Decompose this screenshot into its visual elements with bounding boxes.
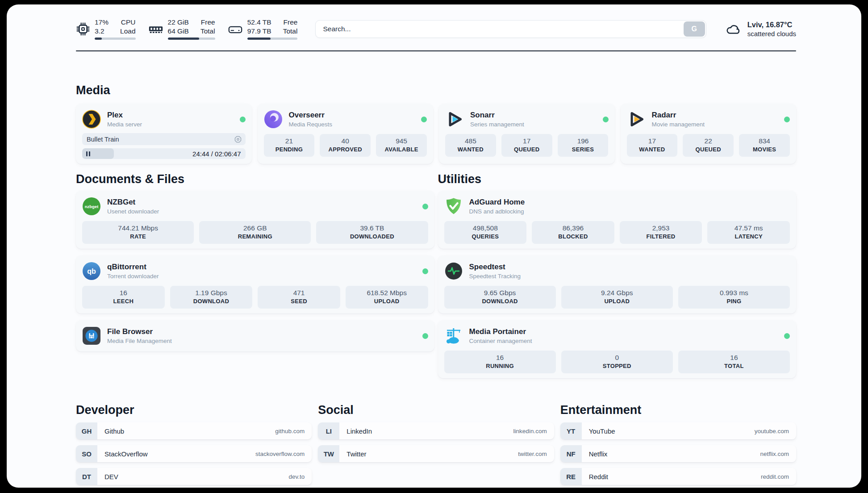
bookmark-url: netflix.com [760, 451, 796, 457]
sonarr-icon [445, 110, 464, 129]
plex-now-playing: Bullet Train 24:44 / 02:06:47 [82, 133, 246, 159]
resource-monitors: 17% 3.2 CPU Load [76, 18, 297, 40]
bookmark-youtube[interactable]: YT YouTube youtube.com [560, 422, 796, 439]
speedtest-icon [444, 262, 463, 280]
header-divider [76, 50, 796, 51]
search-input[interactable] [315, 20, 706, 38]
bookmark-url: twitter.com [518, 451, 554, 457]
bookmark-abbr: NF [560, 445, 582, 462]
stat-box: 47.57 msLATENCY [707, 221, 790, 244]
pause-icon [86, 151, 90, 156]
app-subtitle: Series management [470, 121, 524, 128]
disk-total-value: 97.9 TB [247, 27, 271, 36]
cpu-icon [76, 22, 90, 36]
adguard-icon [444, 197, 463, 216]
app-card-speedtest[interactable]: Speedtest Speedtest Tracking 9.65 GbpsDO… [438, 255, 797, 313]
app-subtitle: Media server [107, 121, 142, 128]
memory-total-label: Total [200, 27, 215, 36]
section-title-entertainment: Entertainment [560, 403, 796, 417]
stat-box: 17WANTED [627, 134, 678, 157]
app-card-adguard[interactable]: AdGuard Home DNS and adblocking 498,508Q… [438, 191, 797, 249]
app-subtitle: Movie management [652, 121, 705, 128]
app-title: Overseerr [289, 111, 333, 120]
bookmark-abbr: TW [318, 445, 339, 462]
bookmark-reddit[interactable]: RE Reddit reddit.com [560, 468, 796, 485]
status-dot [422, 333, 428, 339]
weather-condition: scattered clouds [747, 29, 796, 38]
disk-progress-bar [247, 38, 298, 40]
cpu-widget: 17% 3.2 CPU Load [76, 18, 136, 40]
section-title-developer: Developer [76, 403, 312, 417]
now-playing-title: Bullet Train [87, 136, 119, 143]
weather-location-temp: Lviv, 16.87°C [747, 20, 796, 29]
radarr-icon [627, 110, 646, 129]
stat-box: 834MOVIES [739, 134, 790, 157]
stat-box: 17QUEUED [501, 134, 552, 157]
bookmark-url: linkedin.com [513, 428, 554, 435]
stat-box: 945AVAILABLE [376, 134, 427, 157]
stat-box: 9.24 GbpsUPLOAD [561, 286, 673, 309]
cpu-progress-bar [95, 38, 136, 40]
qbittorrent-icon: qb [82, 262, 101, 280]
app-subtitle: Usenet downloader [107, 208, 159, 215]
app-subtitle: Media File Management [107, 337, 172, 345]
stat-box: 485WANTED [445, 134, 496, 157]
bookmark-name: Github [104, 427, 124, 435]
filebrowser-icon [82, 326, 101, 345]
disk-total-label: Total [283, 27, 298, 36]
stat-box: 21PENDING [264, 134, 315, 157]
app-title: NZBGet [107, 198, 159, 207]
stat-box: 2,953FILTERED [620, 221, 702, 244]
bookmark-abbr: SO [76, 445, 97, 462]
app-card-nzbget[interactable]: nzbget NZBGet Usenet downloader 744.21 M… [76, 191, 434, 249]
bookmark-abbr: GH [76, 422, 97, 439]
app-subtitle: Container management [469, 337, 532, 345]
stat-box: 16LEECH [82, 286, 165, 309]
cpu-label: CPU [120, 18, 135, 27]
app-card-plex[interactable]: Plex Media server Bullet Train [76, 104, 252, 164]
app-title: Plex [107, 111, 142, 120]
bookmark-linkedin[interactable]: LI LinkedIn linkedin.com [318, 422, 554, 439]
app-card-radarr[interactable]: Radarr Movie management 17WANTED 22QUEUE… [621, 104, 797, 164]
bookmark-twitter[interactable]: TW Twitter twitter.com [318, 445, 554, 462]
section-title-utilities: Utilities [438, 172, 797, 186]
app-subtitle: DNS and adblocking [469, 208, 525, 215]
status-dot [421, 117, 427, 122]
disk-icon [228, 22, 243, 36]
bookmark-name: DEV [104, 473, 118, 480]
app-card-portainer[interactable]: Media Portainer Container management 16R… [438, 320, 797, 378]
app-subtitle: Media Requests [289, 121, 333, 128]
bookmark-dev[interactable]: DT DEV dev.to [76, 468, 312, 485]
bookmark-name: LinkedIn [346, 427, 372, 435]
bookmark-stackoverflow[interactable]: SO StackOverflow stackoverflow.com [76, 445, 312, 462]
bookmark-name: YouTube [589, 427, 615, 435]
stat-box: 498,508QUERIES [444, 221, 527, 244]
status-dot [603, 117, 609, 122]
app-title: qBittorrent [107, 263, 159, 272]
disk-free-value: 52.4 TB [247, 18, 271, 27]
app-card-sonarr[interactable]: Sonarr Series management 485WANTED 17QUE… [439, 104, 615, 164]
stat-box: 9.65 GbpsDOWNLOAD [444, 286, 556, 309]
bookmark-abbr: DT [76, 468, 97, 485]
bookmark-netflix[interactable]: NF Netflix netflix.com [560, 445, 796, 462]
status-dot [784, 333, 790, 339]
bookmark-name: Twitter [346, 450, 366, 458]
stat-box: 16RUNNING [444, 351, 556, 373]
stat-box: 1.19 GbpsDOWNLOAD [170, 286, 253, 309]
app-card-overseerr[interactable]: Overseerr Media Requests 21PENDING 40APP… [258, 104, 434, 164]
app-card-qbittorrent[interactable]: qb qBittorrent Torrent downloader 16LEEC… [76, 255, 434, 313]
stat-box: 40APPROVED [320, 134, 371, 157]
search-provider-button[interactable]: G [684, 21, 705, 37]
bookmark-abbr: RE [560, 468, 582, 485]
stat-box: 39.6 TBDOWNLOADED [316, 221, 428, 244]
bookmark-url: dev.to [289, 473, 312, 480]
stat-box: 744.21 MbpsRATE [82, 221, 194, 244]
app-card-filebrowser[interactable]: File Browser Media File Management [76, 320, 434, 351]
bookmark-github[interactable]: GH Github github.com [76, 422, 312, 439]
bookmark-url: reddit.com [761, 473, 796, 480]
stat-box: 266 GBREMAINING [199, 221, 311, 244]
playback-time: 24:44 / 02:06:47 [192, 150, 245, 158]
memory-free-label: Free [200, 18, 215, 27]
stop-icon[interactable] [234, 136, 242, 143]
portainer-icon [444, 326, 463, 345]
